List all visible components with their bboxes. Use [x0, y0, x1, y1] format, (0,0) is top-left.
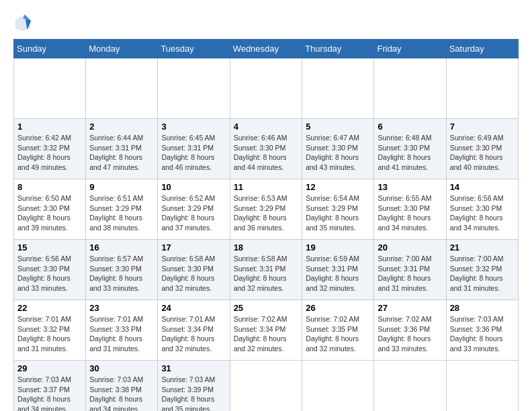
calendar-header-saturday: Saturday — [446, 40, 518, 58]
calendar-cell: 31Sunrise: 7:03 AMSunset: 3:39 PMDayligh… — [158, 361, 230, 412]
calendar-cell: 1Sunrise: 6:42 AMSunset: 3:32 PMDaylight… — [14, 119, 86, 179]
calendar-header-row: SundayMondayTuesdayWednesdayThursdayFrid… — [14, 40, 519, 58]
day-info: Sunrise: 7:01 AMSunset: 3:32 PMDaylight:… — [17, 314, 82, 354]
calendar-header-thursday: Thursday — [302, 40, 374, 58]
day-info: Sunrise: 6:50 AMSunset: 3:30 PMDaylight:… — [17, 193, 82, 233]
calendar-cell: 20Sunrise: 7:00 AMSunset: 3:31 PMDayligh… — [374, 240, 446, 300]
calendar-cell: 28Sunrise: 7:03 AMSunset: 3:36 PMDayligh… — [446, 300, 518, 361]
calendar-cell: 2Sunrise: 6:44 AMSunset: 3:31 PMDaylight… — [86, 119, 158, 179]
calendar-cell — [14, 58, 86, 119]
day-info: Sunrise: 7:00 AMSunset: 3:31 PMDaylight:… — [378, 254, 442, 293]
day-info: Sunrise: 6:56 AMSunset: 3:30 PMDaylight:… — [17, 254, 82, 293]
day-info: Sunrise: 6:53 AMSunset: 3:29 PMDaylight:… — [234, 193, 299, 233]
calendar-cell: 25Sunrise: 7:02 AMSunset: 3:34 PMDayligh… — [230, 300, 302, 361]
calendar-header-friday: Friday — [374, 40, 446, 58]
day-number: 21 — [450, 242, 515, 253]
day-info: Sunrise: 7:03 AMSunset: 3:37 PMDaylight:… — [17, 375, 82, 411]
day-number: 13 — [378, 182, 442, 192]
calendar-header-monday: Monday — [86, 40, 158, 58]
calendar-cell: 8Sunrise: 6:50 AMSunset: 3:30 PMDaylight… — [14, 179, 86, 240]
logo — [13, 13, 35, 32]
calendar-cell — [446, 58, 518, 119]
day-info: Sunrise: 6:46 AMSunset: 3:30 PMDaylight:… — [234, 133, 299, 173]
day-number: 19 — [306, 242, 370, 253]
page-header — [13, 13, 519, 32]
calendar-week-row: 15Sunrise: 6:56 AMSunset: 3:30 PMDayligh… — [14, 240, 519, 300]
calendar-cell: 10Sunrise: 6:52 AMSunset: 3:29 PMDayligh… — [158, 179, 230, 240]
day-info: Sunrise: 6:59 AMSunset: 3:31 PMDaylight:… — [306, 254, 370, 293]
calendar-cell: 13Sunrise: 6:55 AMSunset: 3:30 PMDayligh… — [374, 179, 446, 240]
day-info: Sunrise: 6:58 AMSunset: 3:30 PMDaylight:… — [161, 254, 226, 293]
calendar-cell: 15Sunrise: 6:56 AMSunset: 3:30 PMDayligh… — [14, 240, 86, 300]
calendar-cell: 14Sunrise: 6:56 AMSunset: 3:30 PMDayligh… — [446, 179, 518, 240]
day-number: 29 — [17, 363, 82, 373]
day-number: 31 — [161, 363, 226, 373]
day-info: Sunrise: 6:44 AMSunset: 3:31 PMDaylight:… — [89, 133, 154, 173]
calendar-cell: 19Sunrise: 6:59 AMSunset: 3:31 PMDayligh… — [302, 240, 374, 300]
day-info: Sunrise: 7:03 AMSunset: 3:38 PMDaylight:… — [89, 375, 154, 411]
day-number: 23 — [89, 303, 154, 313]
calendar-cell: 24Sunrise: 7:01 AMSunset: 3:34 PMDayligh… — [158, 300, 230, 361]
calendar-cell — [86, 58, 158, 119]
day-number: 7 — [450, 122, 515, 132]
calendar-week-row: 29Sunrise: 7:03 AMSunset: 3:37 PMDayligh… — [14, 361, 519, 412]
day-number: 2 — [89, 122, 154, 132]
calendar-cell — [158, 58, 230, 119]
day-info: Sunrise: 6:56 AMSunset: 3:30 PMDaylight:… — [450, 193, 515, 233]
calendar-cell: 11Sunrise: 6:53 AMSunset: 3:29 PMDayligh… — [230, 179, 302, 240]
day-number: 27 — [378, 303, 442, 313]
day-number: 12 — [306, 182, 370, 192]
day-number: 24 — [161, 303, 226, 313]
day-info: Sunrise: 6:52 AMSunset: 3:29 PMDaylight:… — [161, 193, 226, 233]
day-info: Sunrise: 6:48 AMSunset: 3:30 PMDaylight:… — [378, 133, 442, 173]
day-info: Sunrise: 7:03 AMSunset: 3:39 PMDaylight:… — [161, 375, 226, 411]
calendar-cell — [302, 58, 374, 119]
day-number: 25 — [234, 303, 299, 313]
calendar-week-row: 1Sunrise: 6:42 AMSunset: 3:32 PMDaylight… — [14, 119, 519, 179]
calendar-cell — [374, 361, 446, 412]
day-number: 11 — [234, 182, 299, 192]
calendar-cell: 16Sunrise: 6:57 AMSunset: 3:30 PMDayligh… — [86, 240, 158, 300]
day-number: 4 — [234, 122, 299, 132]
day-number: 15 — [17, 242, 82, 253]
day-number: 10 — [161, 182, 226, 192]
calendar-cell: 9Sunrise: 6:51 AMSunset: 3:29 PMDaylight… — [86, 179, 158, 240]
day-info: Sunrise: 7:01 AMSunset: 3:33 PMDaylight:… — [89, 314, 154, 354]
day-info: Sunrise: 6:55 AMSunset: 3:30 PMDaylight:… — [378, 193, 442, 233]
day-number: 6 — [378, 122, 442, 132]
day-number: 18 — [234, 242, 299, 253]
calendar-cell: 7Sunrise: 6:49 AMSunset: 3:30 PMDaylight… — [446, 119, 518, 179]
day-number: 9 — [89, 182, 154, 192]
calendar-week-row: 8Sunrise: 6:50 AMSunset: 3:30 PMDaylight… — [14, 179, 519, 240]
day-number: 17 — [161, 242, 226, 253]
day-info: Sunrise: 7:01 AMSunset: 3:34 PMDaylight:… — [161, 314, 226, 354]
calendar-cell: 29Sunrise: 7:03 AMSunset: 3:37 PMDayligh… — [14, 361, 86, 412]
calendar-cell: 6Sunrise: 6:48 AMSunset: 3:30 PMDaylight… — [374, 119, 446, 179]
calendar-cell: 26Sunrise: 7:02 AMSunset: 3:35 PMDayligh… — [302, 300, 374, 361]
day-number: 1 — [17, 122, 82, 132]
calendar-cell: 12Sunrise: 6:54 AMSunset: 3:29 PMDayligh… — [302, 179, 374, 240]
logo-icon — [13, 13, 32, 32]
calendar-cell: 27Sunrise: 7:02 AMSunset: 3:36 PMDayligh… — [374, 300, 446, 361]
day-info: Sunrise: 6:54 AMSunset: 3:29 PMDaylight:… — [306, 193, 370, 233]
day-info: Sunrise: 7:02 AMSunset: 3:36 PMDaylight:… — [378, 314, 442, 354]
calendar-header-wednesday: Wednesday — [230, 40, 302, 58]
day-number: 22 — [17, 303, 82, 313]
calendar-cell: 17Sunrise: 6:58 AMSunset: 3:30 PMDayligh… — [158, 240, 230, 300]
calendar-cell: 30Sunrise: 7:03 AMSunset: 3:38 PMDayligh… — [86, 361, 158, 412]
calendar-header-sunday: Sunday — [14, 40, 86, 58]
calendar-cell: 4Sunrise: 6:46 AMSunset: 3:30 PMDaylight… — [230, 119, 302, 179]
day-info: Sunrise: 6:57 AMSunset: 3:30 PMDaylight:… — [89, 254, 154, 293]
day-info: Sunrise: 7:00 AMSunset: 3:32 PMDaylight:… — [450, 254, 515, 293]
calendar-week-row — [14, 58, 519, 119]
day-number: 28 — [450, 303, 515, 313]
day-info: Sunrise: 6:49 AMSunset: 3:30 PMDaylight:… — [450, 133, 515, 173]
calendar-cell — [230, 361, 302, 412]
day-number: 16 — [89, 242, 154, 253]
calendar-cell — [302, 361, 374, 412]
calendar-cell: 3Sunrise: 6:45 AMSunset: 3:31 PMDaylight… — [158, 119, 230, 179]
day-number: 26 — [306, 303, 370, 313]
calendar-cell: 23Sunrise: 7:01 AMSunset: 3:33 PMDayligh… — [86, 300, 158, 361]
day-info: Sunrise: 6:58 AMSunset: 3:31 PMDaylight:… — [234, 254, 299, 293]
calendar-table: SundayMondayTuesdayWednesdayThursdayFrid… — [13, 39, 519, 411]
